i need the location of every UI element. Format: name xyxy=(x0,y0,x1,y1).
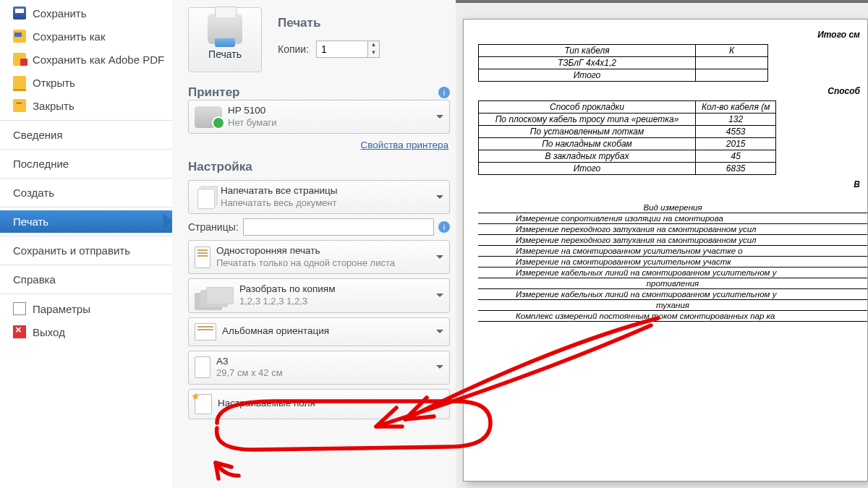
dd-sub: 29,7 см x 42 см xyxy=(216,367,283,379)
dd-title: A3 xyxy=(216,356,283,368)
line: Измерение сопротивления изоляции на смон… xyxy=(478,213,867,223)
menu-label: Печать xyxy=(13,215,48,228)
dd-sub: Напечатать весь документ xyxy=(221,197,338,209)
dd-sub: 1,2,3 1,2,3 1,2,3 xyxy=(239,296,335,307)
chevron-down-icon xyxy=(436,402,443,409)
menu-label: Последние xyxy=(13,158,69,170)
chevron-down-icon xyxy=(436,365,443,372)
sides-dropdown[interactable]: Односторонняя печатьПечатать только на о… xyxy=(188,240,450,274)
spinner-down-icon[interactable]: ▼ xyxy=(368,49,379,57)
menu-save-as-pdf[interactable]: Сохранить как Adobe PDF xyxy=(0,48,172,71)
th: Тип кабеля xyxy=(479,45,696,57)
print-range-dropdown[interactable]: Напечатать все страницыНапечатать весь д… xyxy=(188,180,450,214)
copies-input[interactable] xyxy=(316,40,368,58)
printer-big-icon xyxy=(208,14,242,44)
dd-title: Односторонняя печать xyxy=(216,245,395,257)
collate-icon xyxy=(206,287,234,304)
doc-heading: Итого см xyxy=(478,30,867,40)
save-as-icon xyxy=(13,30,26,43)
copies-spinner[interactable]: ▲▼ xyxy=(316,40,380,58)
info-icon[interactable]: i xyxy=(438,87,450,98)
menu-label: Параметры xyxy=(33,303,90,315)
print-heading: Печать xyxy=(278,16,380,30)
printer-name: HP 5100 xyxy=(228,105,276,117)
line: Измерение кабельных линий на смонтирован… xyxy=(478,288,867,299)
collate-dropdown[interactable]: Разобрать по копиям1,2,3 1,2,3 1,2,3 xyxy=(188,278,450,312)
open-icon xyxy=(13,76,26,89)
print-preview-area: Итого см Тип кабеляК ТЗБлГ 4х4х1,2 Итого… xyxy=(456,0,868,488)
menu-label: Открыть xyxy=(33,77,75,89)
pages-label: Страницы: xyxy=(188,221,239,233)
dd-title: Напечатать все страницы xyxy=(221,185,338,197)
menu-close[interactable]: Закрыть xyxy=(0,94,172,117)
th: Способ прокладки xyxy=(479,101,696,114)
line: Вид измерения xyxy=(478,202,867,213)
spinner-up-icon[interactable]: ▲ xyxy=(368,41,379,49)
printer-status: Нет бумаги xyxy=(228,117,276,129)
menu-label: Сохранить как xyxy=(33,30,106,43)
printer-selector[interactable]: HP 5100 Нет бумаги xyxy=(188,100,450,134)
options-icon xyxy=(13,302,26,315)
menu-options[interactable]: Параметры xyxy=(0,297,172,320)
menu-label: Закрыть xyxy=(33,100,75,112)
td: По накладным скобам xyxy=(479,138,696,150)
menu-save[interactable]: Сохранить xyxy=(0,1,172,25)
line: Измерение переходного затухания на смонт… xyxy=(478,223,867,234)
menu-label: Сведения xyxy=(13,129,63,141)
line: Измерение на смонтированном усилительном… xyxy=(478,256,867,267)
td: По установленным лоткам xyxy=(479,126,696,138)
dd-sub: Печатать только на одной стороне листа xyxy=(216,257,395,269)
menu-help[interactable]: Справка xyxy=(0,268,172,291)
margins-dropdown[interactable]: Настраиваемые поля xyxy=(188,389,450,419)
menu-open[interactable]: Открыть xyxy=(0,71,172,94)
info-icon[interactable]: i xyxy=(438,221,450,233)
doc-heading: В xyxy=(478,179,867,189)
print-button-label: Печать xyxy=(208,48,242,60)
paper-size-dropdown[interactable]: A329,7 см x 42 см xyxy=(188,351,450,385)
td: 132 xyxy=(696,114,776,126)
margins-icon xyxy=(195,394,212,414)
preview-table-2: Способ прокладкиКол-во кабеля (м По плос… xyxy=(478,100,776,175)
chevron-down-icon xyxy=(436,195,443,202)
chevron-down-icon xyxy=(436,255,443,262)
paper-icon xyxy=(195,356,210,378)
measurement-lines: Вид измерения Измерение сопротивления из… xyxy=(478,202,867,332)
separator xyxy=(0,265,172,265)
menu-recent[interactable]: Последние xyxy=(0,153,172,175)
line: противления xyxy=(478,278,867,288)
menu-label: Справка xyxy=(13,273,56,286)
td: 2015 xyxy=(696,138,776,150)
td xyxy=(696,69,768,82)
dd-title: Настраиваемые поля xyxy=(218,398,315,410)
separator xyxy=(0,236,172,236)
menu-save-as[interactable]: Сохранить как xyxy=(0,25,172,48)
menu-new[interactable]: Создать xyxy=(0,181,172,204)
line: Комплекс измерений постоянным током смон… xyxy=(478,310,867,321)
print-settings-panel: Печать Печать Копии: ▲▼ Принтер i HP 510… xyxy=(172,0,456,488)
pages-input[interactable] xyxy=(243,218,434,236)
pdf-icon xyxy=(13,53,26,66)
menu-print[interactable]: Печать xyxy=(0,210,172,233)
menu-exit[interactable]: Выход xyxy=(0,320,172,343)
chevron-down-icon xyxy=(436,294,443,301)
td: 4553 xyxy=(696,126,776,138)
doc-heading: Способ xyxy=(478,86,867,96)
td: Итого xyxy=(479,163,696,175)
line: Измерение на смонтированном усилительном… xyxy=(478,245,867,256)
settings-heading: Настройка xyxy=(188,160,450,174)
td: Итого xyxy=(479,69,696,82)
preview-table-1: Тип кабеляК ТЗБлГ 4х4х1,2 Итого xyxy=(478,44,768,82)
separator xyxy=(0,207,172,207)
printer-properties-link[interactable]: Свойства принтера xyxy=(361,140,448,150)
menu-info[interactable]: Сведения xyxy=(0,124,172,146)
one-sided-icon xyxy=(195,247,210,268)
line: тухания xyxy=(478,299,867,310)
print-button[interactable]: Печать xyxy=(188,7,262,72)
dd-title: Альбомная ориентация xyxy=(222,325,329,338)
orientation-dropdown[interactable]: Альбомная ориентация xyxy=(188,317,450,346)
td xyxy=(696,57,768,69)
separator xyxy=(0,120,172,121)
separator xyxy=(0,294,172,294)
menu-label: Выход xyxy=(33,326,65,338)
menu-save-send[interactable]: Сохранить и отправить xyxy=(0,239,172,262)
